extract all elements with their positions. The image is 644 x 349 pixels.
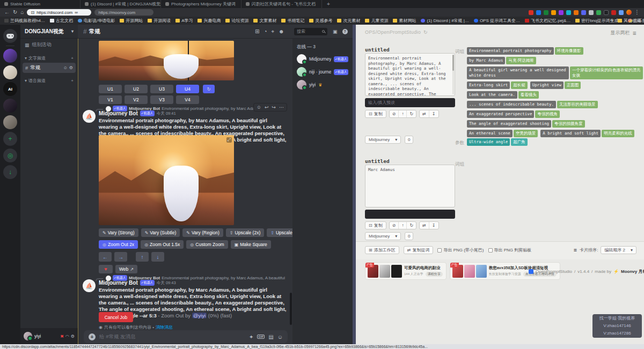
preset-input-bar[interactable]: 输入/插入预设 bbox=[365, 98, 455, 107]
server-icon[interactable] bbox=[3, 49, 17, 63]
action-button[interactable]: ◎Zoom Out 1.5x bbox=[141, 240, 184, 249]
retranslate-button[interactable]: ↻ bbox=[407, 222, 416, 229]
save-button[interactable]: ↧ bbox=[429, 110, 438, 117]
add-workspace-button[interactable]: ⊞添加工作区 bbox=[365, 246, 399, 254]
browser-tab[interactable]: 闪剧社区关键词名句 - 飞书云文档 bbox=[241, 0, 322, 8]
sort-select[interactable]: 编辑顺序 2▾ bbox=[601, 246, 636, 254]
extension-icon[interactable] bbox=[596, 10, 601, 15]
channel-item-general[interactable]: # 常规 ☺ ⚙ bbox=[23, 63, 76, 73]
explore-servers-button[interactable]: ◎ bbox=[3, 148, 17, 162]
gift-icon[interactable]: ✦ bbox=[249, 334, 253, 340]
member-list-icon[interactable]: ☻ bbox=[279, 28, 284, 35]
extension-icon[interactable] bbox=[551, 10, 556, 15]
upscale-button[interactable]: U4 bbox=[176, 85, 199, 93]
bookmark-item[interactable]: 文案素材 bbox=[253, 18, 276, 24]
bookmark-item[interactable]: 素材网站 bbox=[393, 18, 416, 24]
two-column-toggle[interactable]: 显示两栏 ≣ bbox=[610, 29, 636, 36]
pan-button[interactable]: → bbox=[114, 252, 127, 262]
prompt-tag[interactable]: The angle of exaggerated shooting 夸张的拍摄角… bbox=[467, 120, 585, 128]
server-icon[interactable]: AI bbox=[3, 82, 17, 96]
copy-button[interactable]: ⊡复制 bbox=[365, 221, 386, 229]
prompt-tag[interactable]: A bright and soft light 明亮柔和的光线 bbox=[540, 130, 634, 137]
address-bar-left[interactable]: ⊡ https://discord.com ∞ bbox=[27, 9, 91, 16]
dismiss-message-link[interactable]: 消除消息 bbox=[156, 324, 173, 330]
count-box[interactable]: 0 bbox=[405, 136, 413, 144]
prompt-tag[interactable]: An ethereal scene 空灵的场景 bbox=[467, 130, 538, 137]
pan-button[interactable]: ↑ bbox=[136, 252, 149, 262]
export-png-clipboard-checkbox[interactable]: 导出 PNG 到剪贴板 bbox=[488, 247, 532, 253]
bookmark-item[interactable]: 开源阅读 bbox=[148, 18, 171, 24]
bookmark-item[interactable]: 论坛资源 bbox=[225, 18, 248, 24]
server-header[interactable]: DONGJIAN视觉 ▾ bbox=[20, 25, 78, 39]
back-icon[interactable]: ← bbox=[4, 10, 10, 15]
inbox-icon[interactable]: ▣ bbox=[333, 29, 338, 34]
browser-menu-icon[interactable]: ⋮ bbox=[634, 10, 640, 15]
midjourney-grid-image[interactable] bbox=[99, 41, 234, 80]
reroll-button[interactable]: ↻ bbox=[203, 85, 215, 93]
extension-icon[interactable] bbox=[589, 10, 594, 15]
bookmark-item[interactable]: 兴趣电商 bbox=[197, 18, 221, 24]
copy-prompt-button[interactable]: ⇄复制提词 bbox=[404, 246, 434, 254]
engine-select[interactable]: Midjourney▾ bbox=[365, 232, 401, 240]
action-button[interactable]: ◎Custom Zoom bbox=[186, 240, 228, 249]
bookmark-item[interactable]: (1) Discord | #常规 |… bbox=[421, 18, 469, 24]
avatar[interactable]: ⛵ bbox=[83, 279, 96, 292]
member-row[interactable]: niji · journey … ✓机器人 bbox=[292, 65, 353, 78]
new-tab-button[interactable]: + bbox=[324, 0, 333, 8]
invite-people-icon[interactable]: ☺ bbox=[63, 65, 68, 70]
swap-button[interactable]: ⇄ bbox=[420, 110, 429, 117]
pan-button[interactable]: ↓ bbox=[151, 252, 164, 262]
pan-button[interactable]: ← bbox=[99, 252, 112, 262]
preset-input-bar[interactable] bbox=[365, 210, 455, 219]
bookmark-item[interactable]: OPS 提示词工具全… bbox=[474, 18, 520, 24]
threads-icon[interactable]: ⊞ bbox=[255, 28, 259, 35]
action-button[interactable]: ◎Zoom Out 2x bbox=[99, 240, 138, 249]
message-author[interactable]: Midjourney Bot bbox=[99, 110, 138, 116]
extension-icon[interactable] bbox=[544, 10, 548, 15]
bookmark-item[interactable]: 飞书文档记忆.pej&… bbox=[525, 18, 570, 24]
action-button[interactable]: ⇧Upscale (2x) bbox=[226, 228, 264, 237]
avatar[interactable] bbox=[24, 332, 32, 340]
extension-icon[interactable] bbox=[536, 10, 541, 15]
create-channel-icon[interactable]: + bbox=[71, 78, 74, 83]
upload-button[interactable]: ↑ bbox=[399, 110, 407, 117]
upscale-button[interactable]: U2 bbox=[125, 85, 148, 93]
download-apps-button[interactable]: ↓ bbox=[3, 165, 17, 179]
action-button[interactable]: ▣Make Square bbox=[231, 240, 271, 249]
bookmark-item[interactable]: 电影说/华语电影 bbox=[78, 18, 115, 24]
variation-button[interactable]: V3 bbox=[150, 95, 173, 104]
prompt-tag[interactable]: Extra-long skirt 超长裙 bbox=[467, 81, 528, 89]
prompt-tag[interactable]: An exaggerated perspective 夸张的视角 bbox=[467, 110, 560, 118]
add-server-button[interactable]: + bbox=[3, 132, 17, 146]
refresh-icon[interactable]: ↻ bbox=[13, 10, 17, 15]
browser-tab[interactable]: (1) Discord | #常规 | DONGJIAN视觉 bbox=[80, 0, 161, 8]
bookmark-item[interactable]: A学习 bbox=[175, 18, 193, 24]
prompt-tag[interactable]: Environmental portrait photography 环境肖像摄… bbox=[467, 47, 583, 55]
bookmarks-chevron-icon[interactable]: » bbox=[611, 18, 613, 23]
chat-scrollbar[interactable] bbox=[290, 293, 292, 325]
category-text-channels[interactable]: ▾ 文字频道 + bbox=[20, 51, 78, 62]
discord-home-icon[interactable] bbox=[3, 29, 17, 43]
bookmark-item[interactable]: 次元素材 bbox=[337, 18, 360, 24]
browser-tab[interactable]: Photographers Midjourney 关键词 bbox=[161, 0, 241, 8]
channel-settings-icon[interactable]: ⚙ bbox=[69, 65, 73, 70]
server-icon[interactable] bbox=[3, 99, 17, 113]
server-icon[interactable] bbox=[3, 115, 17, 129]
copy-button[interactable]: ⊡复制 bbox=[365, 110, 386, 118]
forward-icon[interactable]: ↪ bbox=[272, 105, 276, 110]
upscale-button[interactable]: U3 bbox=[150, 85, 173, 93]
variation-button[interactable]: V1 bbox=[99, 95, 122, 104]
footer-app-name[interactable]: OpenPromptStudio bbox=[536, 269, 572, 274]
server-icon[interactable] bbox=[3, 65, 17, 79]
browser-tab[interactable]: Stable Diffusion bbox=[0, 0, 80, 8]
clear-button[interactable]: ⊘ bbox=[390, 222, 399, 229]
mic-muted-icon[interactable]: ✖ bbox=[60, 334, 64, 339]
pinned-messages-icon[interactable]: ⌖ bbox=[271, 28, 274, 35]
swap-button[interactable]: ⇄ bbox=[420, 222, 429, 229]
bookmark-item[interactable]: 开源网站 bbox=[120, 18, 143, 24]
action-button[interactable]: ✎Vary (Strong) bbox=[99, 228, 138, 237]
retranslate-button[interactable]: ↻ bbox=[407, 110, 416, 117]
sticker-icon[interactable]: ▤ bbox=[268, 334, 273, 340]
save-button[interactable]: ↧ bbox=[429, 222, 438, 229]
clear-button[interactable]: ⊘ bbox=[390, 110, 399, 117]
